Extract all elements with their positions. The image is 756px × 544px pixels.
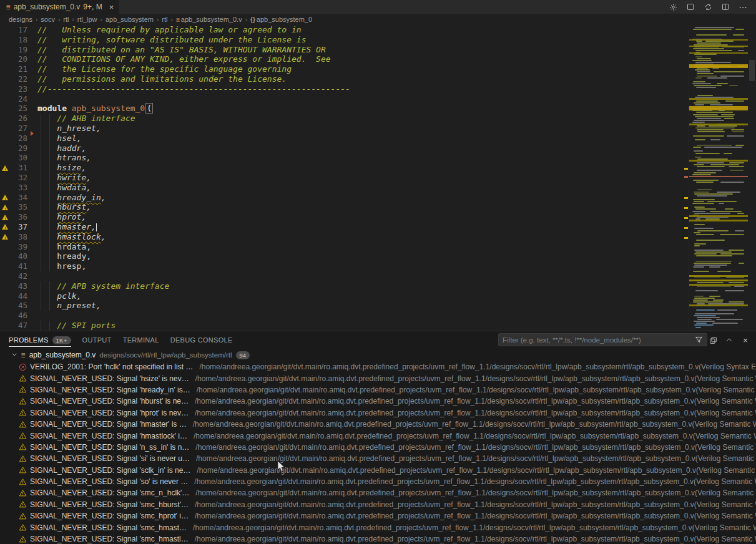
- problem-row[interactable]: SIGNAL_NEVER_USED: Signal 'hprot' is nev…: [0, 407, 756, 419]
- problem-path: /home/andreea.georgian/git/dvt.main/ro.a…: [195, 500, 756, 509]
- layout-square-icon[interactable]: [686, 2, 695, 11]
- code-line-28[interactable]: 28 hsel,: [0, 134, 684, 143]
- code-line-26[interactable]: 26 // AHB interface: [0, 114, 684, 124]
- code-line-19[interactable]: 19// distributed on an "AS IS" BASIS, WI…: [0, 45, 684, 55]
- problem-row[interactable]: VERILOG_2001: Port 'hclk' not specified …: [0, 361, 756, 372]
- line-number: 30: [10, 153, 30, 163]
- code-editor[interactable]: 17// Unless required by applicable law o…: [0, 25, 756, 331]
- code-line-47[interactable]: 47 // SPI ports: [0, 321, 684, 331]
- code-line-24[interactable]: 24: [0, 94, 684, 104]
- code-line-30[interactable]: 30 htrans,: [0, 153, 684, 163]
- problem-row[interactable]: SIGNAL_NEVER_USED: Signal 'smc_hburst'…/…: [0, 499, 756, 510]
- panel-tab-terminal[interactable]: TERMINAL: [123, 331, 159, 349]
- problem-row[interactable]: SIGNAL_NEVER_USED: Signal 'hsize' is nev…: [0, 372, 756, 384]
- breadcrumb-item[interactable]: apb_subsystem: [106, 16, 154, 23]
- code-line-38[interactable]: 38 hmastlock,: [0, 232, 684, 242]
- code-line-43[interactable]: 43 // APB system interface: [0, 281, 684, 291]
- gutter-warning-icon: [2, 195, 8, 200]
- line-number: 39: [10, 242, 30, 252]
- code-line-33[interactable]: 33 hwdata,: [0, 183, 684, 193]
- code-line-31[interactable]: 31 hsize,: [0, 163, 684, 173]
- problem-row[interactable]: SIGNAL_NEVER_USED: Signal 'smc_hmast…/ho…: [0, 522, 756, 533]
- code-line-39[interactable]: 39 hrdata,: [0, 242, 684, 252]
- line-number: 42: [10, 271, 30, 281]
- code-line-34[interactable]: 34 hready_in,: [0, 193, 684, 203]
- code-line-27[interactable]: 27 n_hreset,: [0, 124, 684, 134]
- problem-path: /home/andreea.georgian/git/dvt.main/ro.a…: [194, 477, 756, 486]
- close-tab-icon[interactable]: ×: [109, 2, 114, 12]
- code-line-46[interactable]: 46: [0, 311, 684, 321]
- problem-row[interactable]: SIGNAL_NEVER_USED: Signal 'n_ss_in' is n…: [0, 442, 756, 453]
- warning-icon: [19, 489, 27, 497]
- panel-header: PROBLEMS1K+OUTPUTTERMINALDEBUG CONSOLE ×: [0, 331, 756, 349]
- problem-row[interactable]: SIGNAL_NEVER_USED: Signal 'so' is never …: [0, 476, 756, 487]
- breadcrumb-item[interactable]: rtl: [63, 16, 69, 23]
- line-number: 31: [10, 163, 30, 173]
- maximize-panel-icon[interactable]: [725, 336, 734, 344]
- collapse-all-icon[interactable]: [709, 336, 717, 344]
- split-editor-icon[interactable]: [721, 2, 730, 11]
- line-number: 22: [10, 74, 30, 84]
- problem-row[interactable]: SIGNAL_NEVER_USED: Signal 'si' is never …: [0, 453, 756, 464]
- code-line-45[interactable]: 45 n_preset,: [0, 301, 684, 311]
- problem-row[interactable]: SIGNAL_NEVER_USED: Signal 'hmaster' is ……: [0, 419, 756, 430]
- warning-icon: [19, 523, 27, 532]
- line-number: 21: [10, 64, 30, 74]
- problem-row[interactable]: SIGNAL_NEVER_USED: Signal 'hmastlock' i……: [0, 430, 756, 441]
- more-actions-icon[interactable]: ⋯: [739, 2, 747, 11]
- gutter-warning-icon: [2, 205, 8, 210]
- tab-apb-subsystem-0[interactable]: ≣ apb_subsystem_0.v 9+, M ×: [0, 0, 119, 14]
- gutter-warning-icon: [2, 215, 8, 220]
- code-line-37[interactable]: 37 hmaster,: [0, 222, 684, 232]
- line-number: 40: [10, 251, 30, 261]
- problems-file-group[interactable]: ≣ apb_subsystem_0.v designs/socv/rtl/rtl…: [0, 349, 756, 361]
- code-line-25[interactable]: 25module apb_subsystem_0(: [0, 104, 684, 114]
- code-line-36[interactable]: 36 hprot,: [0, 212, 684, 222]
- vscode-window: ≣ apb_subsystem_0.v 9+, M × ⋯ designs›so…: [0, 0, 756, 544]
- breadcrumb-item[interactable]: designs: [9, 16, 32, 23]
- code-line-44[interactable]: 44 pclk,: [0, 291, 684, 301]
- problem-row[interactable]: SIGNAL_NEVER_USED: Signal 'smc_hprot' i……: [0, 510, 756, 522]
- problem-path: /home/andreea.georgian/git/dvt.main/ro.a…: [193, 420, 756, 429]
- code-line-20[interactable]: 20// CONDITIONS OF ANY KIND, either expr…: [0, 54, 684, 64]
- code-line-42[interactable]: 42: [0, 271, 684, 281]
- filter-input[interactable]: [503, 336, 695, 344]
- breadcrumb-item[interactable]: rtl_lpw: [77, 16, 97, 23]
- breadcrumb-item[interactable]: ≣apb_subsystem_0.v: [176, 16, 242, 23]
- code-line-40[interactable]: 40 hready,: [0, 251, 684, 261]
- editor-scrollbar[interactable]: [748, 25, 756, 331]
- code-line-18[interactable]: 18// writing, software distributed under…: [0, 35, 684, 45]
- code-line-22[interactable]: 22// permissions and limitations under t…: [0, 74, 684, 84]
- code-line-23[interactable]: 23//------------------------------------…: [0, 84, 684, 94]
- problem-row[interactable]: SIGNAL_NEVER_USED: Signal 'sclk_in' is n…: [0, 465, 756, 476]
- problem-row[interactable]: SIGNAL_NEVER_USED: Signal 'smc_hmastl…/h…: [0, 533, 756, 544]
- code-line-41[interactable]: 41 hresp,: [0, 261, 684, 271]
- problem-path: /home/andreea.georgian/git/dvt.main/ro.a…: [195, 535, 756, 543]
- problem-row[interactable]: SIGNAL_NEVER_USED: Signal 'hready_in' is…: [0, 384, 756, 396]
- panel-tab-debug-console[interactable]: DEBUG CONSOLE: [170, 331, 233, 349]
- warning-icon: [19, 478, 27, 486]
- problem-row[interactable]: SIGNAL_NEVER_USED: Signal 'hburst' is ne…: [0, 396, 756, 407]
- code-line-21[interactable]: 21// the License for the specific langua…: [0, 64, 684, 74]
- chevron-down-icon[interactable]: [11, 351, 17, 359]
- panel-tab-output[interactable]: OUTPUT: [82, 331, 112, 349]
- problem-message: VERILOG_2001: Port 'hclk' not specified …: [30, 362, 193, 371]
- close-panel-icon[interactable]: ×: [741, 336, 750, 344]
- breadcrumb: designs›socv›rtl›rtl_lpw›apb_subsystem›r…: [0, 14, 756, 25]
- code-line-35[interactable]: 35 hburst,: [0, 202, 684, 212]
- problem-message: SIGNAL_NEVER_USED: Signal 'smc_hmast…: [30, 523, 187, 532]
- code-line-29[interactable]: 29 haddr,: [0, 143, 684, 153]
- breadcrumb-item[interactable]: rtl: [162, 16, 167, 23]
- code-line-32[interactable]: 32 hwrite,: [0, 173, 684, 183]
- filter-funnel-icon[interactable]: [695, 336, 703, 344]
- breadcrumb-item[interactable]: socv: [41, 16, 55, 23]
- code-line-17[interactable]: 17// Unless required by applicable law o…: [0, 25, 684, 35]
- problem-row[interactable]: SIGNAL_NEVER_USED: Signal 'smc_n_hclk'…/…: [0, 487, 756, 498]
- scrollbar-thumb[interactable]: [749, 60, 755, 81]
- minimap[interactable]: [689, 25, 748, 331]
- problems-filter[interactable]: [498, 333, 707, 346]
- sync-icon[interactable]: [704, 2, 712, 11]
- settings-gear-icon[interactable]: [669, 2, 677, 11]
- panel-tab-problems[interactable]: PROBLEMS1K+: [9, 331, 71, 349]
- breadcrumb-item[interactable]: {}apb_subsystem_0: [250, 16, 312, 23]
